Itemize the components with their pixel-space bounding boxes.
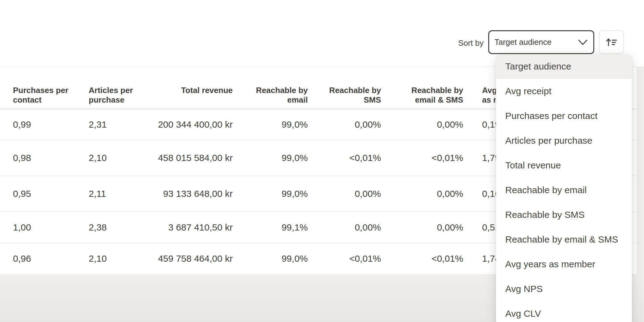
sort-option-avg-years-as-member[interactable]: Avg years as member xyxy=(496,252,632,277)
table-cell: 99,0% xyxy=(252,153,308,163)
table-cell: 458 015 584,00 kr xyxy=(158,153,233,163)
table-cell: 1,00 xyxy=(13,222,75,233)
table-cell: 2,38 xyxy=(89,222,140,233)
table-cell: 99,0% xyxy=(252,189,308,199)
table-cell: 99,0% xyxy=(252,253,308,264)
sort-option-reachable-by-email-sms[interactable]: Reachable by email & SMS xyxy=(496,227,632,252)
chevron-down-icon xyxy=(578,39,588,46)
sort-option-avg-receipt[interactable]: Avg receipt xyxy=(496,79,632,104)
table-cell: 3 687 410,50 kr xyxy=(168,222,233,233)
table-cell: 0,98 xyxy=(13,153,75,163)
sort-by-selected-value: Target audience xyxy=(494,37,552,47)
column-header: Purchases per contact xyxy=(13,86,75,105)
sort-option-avg-clv[interactable]: Avg CLV xyxy=(496,301,632,322)
table-cell: 2,10 xyxy=(89,253,140,264)
sort-by-label: Sort by xyxy=(458,38,484,48)
table-cell: 99,1% xyxy=(252,222,308,233)
table-cell: 0,00% xyxy=(395,189,463,199)
table-cell: <0,01% xyxy=(395,253,463,264)
table-cell: 2,31 xyxy=(89,119,140,130)
table-cell: 459 758 464,00 kr xyxy=(158,253,233,264)
table-cell: <0,01% xyxy=(395,153,463,163)
sort-ascending-icon xyxy=(606,37,617,48)
table-cell: 0,00% xyxy=(325,189,381,199)
table-cell: <0,01% xyxy=(325,153,381,163)
table-cell: 0,96 xyxy=(13,253,75,264)
column-header: Reachable by email xyxy=(252,86,308,105)
column-header: Reachable by email & SMS xyxy=(395,86,463,105)
table-cell: 2,11 xyxy=(89,189,140,199)
table-cell: 0,00% xyxy=(395,222,463,233)
sort-option-target-audience[interactable]: Target audience xyxy=(496,54,632,79)
table-cell: 0,95 xyxy=(13,189,75,199)
table-cell: <0,01% xyxy=(325,253,381,264)
sort-option-reachable-by-email[interactable]: Reachable by email xyxy=(496,178,632,202)
table-cell: 93 133 648,00 kr xyxy=(163,189,233,199)
sort-option-purchases-per-contact[interactable]: Purchases per contact xyxy=(496,104,632,128)
sort-option-articles-per-purchase[interactable]: Articles per purchase xyxy=(496,128,632,153)
sort-option-total-revenue[interactable]: Total revenue xyxy=(496,153,632,178)
sort-by-select[interactable]: Target audience xyxy=(488,30,594,54)
table-cell: 99,0% xyxy=(252,119,308,130)
column-header: Reachable by SMS xyxy=(325,86,381,105)
sort-order-button[interactable] xyxy=(599,30,624,54)
sort-option-reachable-by-sms[interactable]: Reachable by SMS xyxy=(496,202,632,227)
column-header: Articles per purchase xyxy=(89,86,140,105)
sort-dropdown-menu: Target audienceAvg receiptPurchases per … xyxy=(496,54,632,322)
table-cell: 0,00% xyxy=(395,119,463,130)
table-cell: 0,99 xyxy=(13,119,75,130)
table-cell: 0,00% xyxy=(325,222,381,233)
table-cell: 2,10 xyxy=(89,153,140,163)
table-cell: 200 344 400,00 kr xyxy=(158,119,233,130)
column-header: Total revenue xyxy=(181,86,233,95)
sort-option-avg-nps[interactable]: Avg NPS xyxy=(496,277,632,301)
table-cell: 0,00% xyxy=(325,119,381,130)
